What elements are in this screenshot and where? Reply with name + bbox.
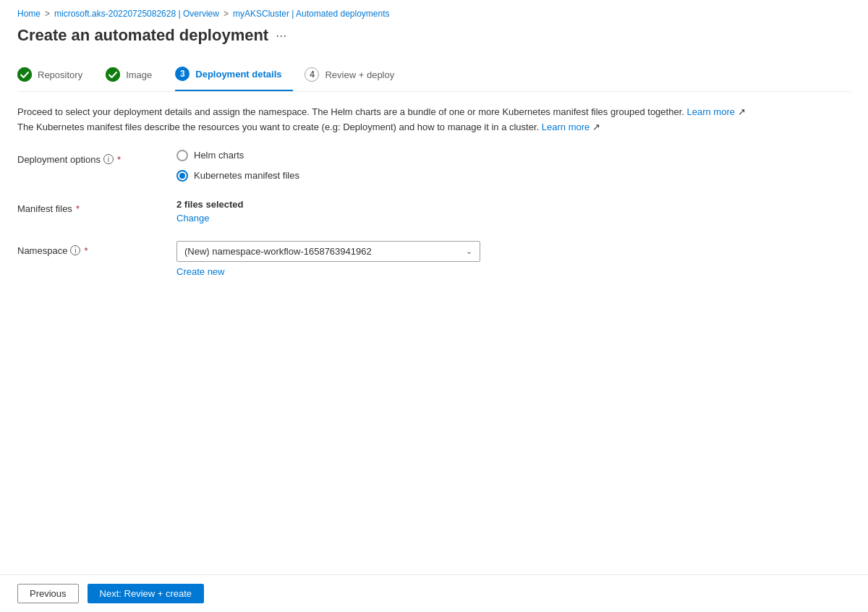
manifest-files-required: *	[76, 203, 80, 214]
svg-point-1	[106, 67, 120, 82]
wizard-steps: Repository Image 3 Deployment details 4 …	[17, 59, 851, 92]
radio-kubernetes-manifest[interactable]: Kubernetes manifest files	[176, 170, 851, 182]
step-image[interactable]: Image	[106, 60, 163, 90]
namespace-dropdown[interactable]: (New) namespace-workflow-1658763941962 ⌄	[176, 241, 480, 262]
breadcrumb-aks[interactable]: microsoft.aks-20220725082628 | Overview	[54, 9, 219, 19]
deployment-options-label: Deployment options	[17, 154, 101, 165]
step-4-label: Review + deploy	[325, 69, 394, 80]
breadcrumb-cluster[interactable]: myAKSCluster | Automated deployments	[233, 9, 390, 19]
radio-group-deployment: Helm charts Kubernetes manifest files	[176, 150, 851, 182]
step-deployment-details[interactable]: 3 Deployment details	[175, 59, 293, 91]
namespace-row: Namespace i * (New) namespace-workflow-1…	[17, 241, 851, 277]
step-2-circle	[106, 67, 120, 82]
radio-helm-input[interactable]	[176, 150, 188, 161]
desc-line1-prefix: Proceed to select your deployment detail…	[17, 106, 355, 117]
deployment-options-label-col: Deployment options i *	[17, 150, 176, 165]
svg-point-0	[17, 67, 32, 82]
step-3-circle: 3	[175, 67, 190, 81]
learn-more-link-1[interactable]: Learn more	[687, 106, 735, 117]
namespace-label: Namespace	[17, 245, 67, 256]
manifest-files-controls: 2 files selected Change	[176, 199, 851, 224]
step-1-label: Repository	[38, 69, 82, 80]
namespace-required: *	[84, 245, 88, 256]
page-title: Create an automated deployment	[17, 26, 268, 45]
step-repository[interactable]: Repository	[17, 60, 94, 90]
namespace-label-col: Namespace i *	[17, 241, 176, 256]
deployment-options-info-icon[interactable]: i	[103, 154, 114, 164]
create-new-namespace-link[interactable]: Create new	[176, 266, 851, 277]
radio-helm-label: Helm charts	[194, 150, 244, 161]
radio-helm-charts[interactable]: Helm charts	[176, 150, 851, 161]
files-selected-text: 2 files selected	[176, 199, 244, 210]
manifest-files-row: Manifest files * 2 files selected Change	[17, 199, 851, 224]
step-4-circle: 4	[305, 67, 319, 82]
learn-more-link-2[interactable]: Learn more	[542, 122, 590, 132]
radio-kubernetes-input[interactable]	[176, 170, 188, 182]
breadcrumb: Home > microsoft.aks-20220725082628 | Ov…	[17, 9, 851, 19]
breadcrumb-home[interactable]: Home	[17, 9, 41, 19]
deployment-form: Deployment options i * Helm charts Kuber…	[17, 150, 851, 277]
step-1-circle	[17, 67, 32, 82]
manifest-files-label: Manifest files	[17, 203, 72, 214]
radio-kubernetes-label: Kubernetes manifest files	[194, 170, 299, 181]
deployment-options-required: *	[117, 154, 121, 165]
namespace-info-icon[interactable]: i	[70, 245, 80, 255]
previous-button[interactable]: Previous	[17, 584, 79, 603]
page-menu-icon[interactable]: ···	[276, 28, 286, 43]
step-2-label: Image	[126, 69, 152, 80]
next-button[interactable]: Next: Review + create	[88, 584, 205, 603]
desc-line1-suffix: are a bundle of one or more Kubernetes m…	[381, 106, 684, 117]
deployment-options-row: Deployment options i * Helm charts Kuber…	[17, 150, 851, 182]
description-text: Proceed to select your deployment detail…	[17, 105, 851, 135]
step-3-label: Deployment details	[195, 69, 281, 80]
step-review-deploy[interactable]: 4 Review + deploy	[305, 60, 406, 90]
desc-line2-prefix: The Kubernetes manifest files describe t…	[17, 122, 539, 132]
namespace-controls: (New) namespace-workflow-1658763941962 ⌄…	[176, 241, 851, 277]
chevron-down-icon: ⌄	[466, 247, 472, 256]
desc-charts-word: charts	[355, 106, 380, 117]
namespace-selected-value: (New) namespace-workflow-1658763941962	[184, 246, 372, 257]
deployment-options-controls: Helm charts Kubernetes manifest files	[176, 150, 851, 182]
change-files-link[interactable]: Change	[176, 213, 851, 224]
page-title-row: Create an automated deployment ···	[17, 26, 851, 45]
manifest-files-label-col: Manifest files *	[17, 199, 176, 214]
footer: Previous Next: Review + create	[0, 574, 868, 612]
